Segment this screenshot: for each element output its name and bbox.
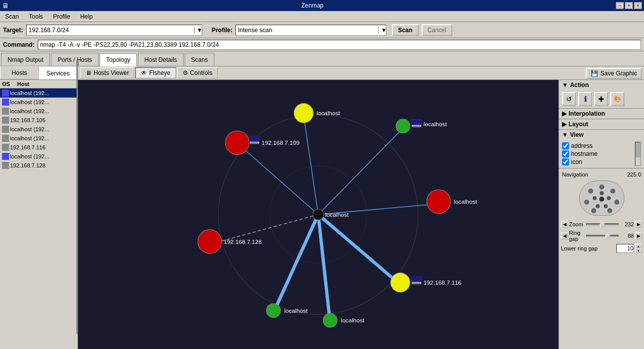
view-arrow: ▼ — [562, 131, 568, 138]
lower-ring-gap-up[interactable]: ▲ — [635, 244, 642, 248]
list-item[interactable]: localhost (192... — [0, 134, 77, 143]
command-input[interactable] — [38, 40, 641, 50]
hostname-checkbox[interactable] — [562, 150, 569, 157]
action-section: ▼ Action ↺ ℹ ✚ 🎨 — [559, 80, 644, 109]
host-name: 192.168.7.105 — [10, 117, 45, 123]
interpolation-header[interactable]: ▶ Interpolation — [559, 109, 644, 119]
os-icon — [2, 90, 9, 97]
view-hostname: hostname — [562, 150, 634, 158]
list-item[interactable]: localhost (192... — [0, 98, 77, 107]
list-item[interactable]: 192.168.7.116 — [0, 143, 77, 152]
ring-gap-increase-btn[interactable]: ▶ — [635, 232, 642, 239]
svg-point-33 — [323, 313, 337, 327]
ring-gap-control: ◀ Ring gap 88 ▶ — [559, 229, 644, 243]
close-button[interactable]: × — [634, 2, 642, 9]
icon-checkbox[interactable] — [562, 158, 569, 165]
tab-topology[interactable]: Topology — [100, 53, 137, 66]
lower-ring-gap-input[interactable] — [616, 244, 634, 253]
profile-input[interactable] — [235, 25, 386, 36]
zoom-slider[interactable] — [586, 223, 619, 225]
scan-button[interactable]: Scan — [392, 24, 419, 36]
list-item[interactable]: localhost (192... — [0, 152, 77, 161]
add-button[interactable]: ✚ — [594, 92, 608, 106]
topology-canvas[interactable]: localhost localhost localhost — [78, 80, 558, 349]
tab-nmap-output[interactable]: Nmap Output — [1, 53, 50, 66]
right-sidebar: ▼ Action ↺ ℹ ✚ 🎨 ▶ Interpolation — [558, 80, 644, 349]
tab-ports-hosts[interactable]: Ports / Hosts — [51, 53, 99, 66]
tab-hosts[interactable]: Hosts — [0, 66, 39, 79]
view-header[interactable]: ▼ View — [559, 130, 644, 140]
ring-gap-slider[interactable] — [586, 235, 619, 237]
host-name: localhost (192... — [10, 135, 49, 141]
zoom-decrease-btn[interactable]: ◀ — [561, 221, 568, 228]
list-item[interactable]: localhost (192... — [0, 125, 77, 134]
tab-host-details[interactable]: Host Details — [138, 53, 184, 66]
controls-icon: ⚙ — [183, 69, 188, 76]
menu-tools[interactable]: Tools — [26, 12, 46, 21]
svg-point-42 — [584, 200, 589, 205]
list-item[interactable]: 192.168.7.128 — [0, 161, 77, 170]
navigation-widget[interactable] — [579, 181, 624, 216]
address-checkbox[interactable] — [562, 142, 569, 149]
left-panel: Hosts Services OS Host localhost (192...… — [0, 66, 78, 349]
interp-label: Interpolation — [569, 110, 605, 117]
subtab-fisheye[interactable]: 👁 Fisheye — [135, 67, 176, 78]
maximize-button[interactable]: + — [625, 2, 633, 9]
svg-text:localhost: localhost — [325, 211, 349, 218]
list-item[interactable]: localhost (192... — [0, 107, 77, 116]
lower-ring-gap-label: Lower ring gap — [561, 245, 615, 251]
zoom-control: ◀ Zoom 232 ▶ — [559, 220, 644, 229]
menu-profile[interactable]: Profile — [50, 12, 73, 21]
titlebar: 🖥 Zenmap – + × — [0, 0, 644, 11]
menu-scan[interactable]: Scan — [2, 12, 22, 21]
lower-ring-gap-down[interactable]: ▼ — [635, 248, 642, 253]
host-name: localhost (192... — [10, 153, 49, 159]
view-address: address — [562, 142, 634, 150]
dropdown-arrow-target[interactable]: ▼ — [194, 27, 205, 34]
app-title: Zenmap — [9, 2, 616, 9]
host-service-tabs: Hosts Services — [0, 66, 77, 80]
tab-scans[interactable]: Scans — [185, 53, 214, 66]
svg-point-12 — [294, 104, 313, 123]
svg-point-38 — [610, 189, 615, 194]
cancel-button[interactable]: Cancel — [422, 24, 452, 36]
refresh-button[interactable]: ↺ — [562, 92, 576, 106]
host-name: localhost (192... — [10, 99, 49, 105]
info-button[interactable]: ℹ — [578, 92, 592, 106]
command-label: Command: — [3, 41, 35, 48]
save-graphic-button[interactable]: 💾 Save Graphic — [586, 68, 642, 79]
host-name: 192.168.7.116 — [10, 144, 45, 150]
svg-text:localhost: localhost — [424, 121, 447, 128]
lower-ring-gap-row: Lower ring gap ▲ ▼ — [559, 243, 644, 254]
view-icon: icon — [562, 158, 634, 166]
layout-header[interactable]: ▶ Layout — [559, 119, 644, 130]
action-header[interactable]: ▼ Action — [559, 80, 644, 90]
subtab-controls[interactable]: ⚙ Controls — [177, 67, 218, 78]
topology-content: localhost localhost localhost — [78, 80, 644, 349]
minimize-button[interactable]: – — [616, 2, 624, 9]
tab-services[interactable]: Services — [39, 66, 77, 79]
dropdown-arrow-profile[interactable]: ▼ — [378, 27, 389, 34]
host-name: localhost (192... — [10, 108, 49, 114]
target-input[interactable] — [26, 25, 202, 36]
os-icon — [2, 108, 9, 115]
ring-gap-decrease-btn[interactable]: ◀ — [561, 232, 568, 239]
hosts-viewer-icon: 🖥 — [86, 69, 92, 76]
navigation-label: Navigation — [562, 171, 588, 178]
svg-point-39 — [614, 200, 619, 205]
svg-text:192.168.7.128: 192.168.7.128 — [224, 238, 262, 245]
col-host-header: Host — [17, 81, 75, 87]
color-button[interactable]: 🎨 — [610, 92, 624, 106]
action-label: Action — [570, 81, 589, 89]
list-item[interactable]: 192.168.7.105 — [0, 116, 77, 125]
svg-text:192.168.7.116: 192.168.7.116 — [424, 279, 462, 286]
zoom-value: 232 — [620, 221, 634, 227]
subtab-hosts-viewer[interactable]: 🖥 Hosts Viewer — [80, 67, 134, 78]
svg-point-14 — [396, 119, 410, 133]
svg-text:localhost: localhost — [341, 317, 365, 324]
menu-help[interactable]: Help — [77, 12, 96, 21]
zoom-increase-btn[interactable]: ▶ — [635, 221, 642, 228]
os-icon — [2, 135, 9, 142]
list-item[interactable]: localhost (192... — [0, 89, 77, 98]
col-os-header: OS — [2, 81, 17, 87]
